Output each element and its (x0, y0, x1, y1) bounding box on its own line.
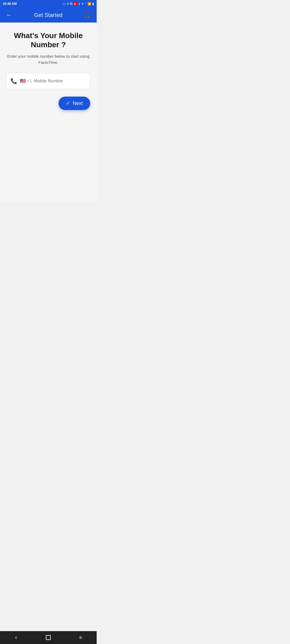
status-time: 10:46 AM (3, 2, 17, 6)
page-heading: What's Your Mobile Number ? (6, 31, 90, 49)
support-button[interactable]: 🎧 (83, 10, 92, 20)
next-button[interactable]: ✓ Next (59, 97, 90, 110)
status-icons: ▭ ⟳ G ▶ ⚷ ✦ ⁺ 📶 ▮ (63, 2, 94, 6)
checkmark-icon: ✓ (66, 100, 70, 106)
headset-icon: 🎧 (84, 12, 91, 18)
wifi-icon: 📶 (88, 2, 91, 6)
phone-icon: 📞 (10, 78, 17, 84)
video-icon: ▭ (63, 2, 66, 6)
next-btn-container: ✓ Next (6, 97, 90, 110)
battery-icon: ▮ (92, 2, 94, 6)
google-icon: G (70, 2, 73, 6)
page-subtitle: Enter your mobile number below to start … (6, 53, 90, 65)
back-button[interactable]: ← (4, 10, 14, 20)
signal-icon: ⁺ (85, 2, 86, 6)
app-bar-title: Get Started (34, 12, 63, 18)
country-code: +1 (27, 79, 32, 83)
phone-input-container: 📞 🇺🇸 +1 (6, 73, 90, 89)
back-arrow-icon: ← (6, 12, 12, 19)
main-content: What's Your Mobile Number ? Enter your m… (0, 23, 97, 202)
key-icon: ⚷ (78, 2, 80, 6)
flag-icon: 🇺🇸 (20, 78, 26, 84)
refresh-icon: ⟳ (67, 2, 69, 6)
next-button-label: Next (73, 101, 83, 106)
record-icon: ▶ (74, 2, 77, 5)
status-bar: 10:46 AM ▭ ⟳ G ▶ ⚷ ✦ ⁺ 📶 ▮ (0, 0, 97, 8)
bluetooth-icon: ✦ (81, 2, 84, 6)
app-bar: ← Get Started 🎧 (0, 8, 97, 23)
phone-number-input[interactable] (34, 79, 88, 83)
